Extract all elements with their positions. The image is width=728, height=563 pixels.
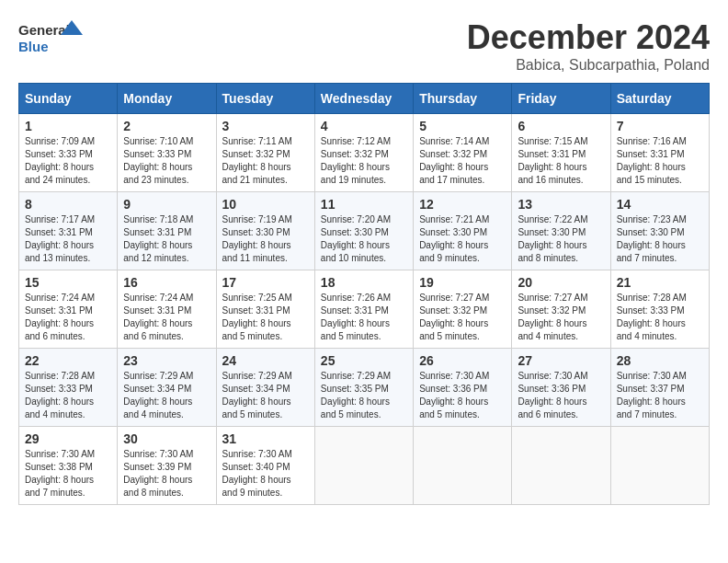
calendar-day-cell: 11 Sunrise: 7:20 AM Sunset: 3:30 PM Dayl… xyxy=(314,192,413,270)
calendar-day-cell: 30 Sunrise: 7:30 AM Sunset: 3:39 PM Dayl… xyxy=(118,427,216,505)
sunrise-label: Sunrise: 7:26 AM xyxy=(321,293,391,303)
daylight-label: Daylight: 8 hours and 19 minutes. xyxy=(321,162,390,185)
day-info: Sunrise: 7:23 AM Sunset: 3:30 PM Dayligh… xyxy=(617,213,703,265)
sunset-label: Sunset: 3:32 PM xyxy=(222,149,290,159)
calendar-day-cell: 8 Sunrise: 7:17 AM Sunset: 3:31 PM Dayli… xyxy=(19,192,118,270)
calendar-day-header: Monday xyxy=(118,84,216,114)
sunset-label: Sunset: 3:30 PM xyxy=(419,227,487,237)
day-info: Sunrise: 7:30 AM Sunset: 3:37 PM Dayligh… xyxy=(617,370,703,421)
daylight-label: Daylight: 8 hours and 9 minutes. xyxy=(419,240,488,263)
sunrise-label: Sunrise: 7:21 AM xyxy=(419,214,489,224)
calendar-day-cell: 9 Sunrise: 7:18 AM Sunset: 3:31 PM Dayli… xyxy=(118,192,216,270)
calendar-day-cell: 18 Sunrise: 7:26 AM Sunset: 3:31 PM Dayl… xyxy=(314,270,413,349)
calendar-day-cell: 24 Sunrise: 7:29 AM Sunset: 3:34 PM Dayl… xyxy=(216,349,314,427)
daylight-label: Daylight: 8 hours and 15 minutes. xyxy=(617,162,686,185)
location-title: Babica, Subcarpathia, Poland xyxy=(467,57,710,74)
title-area: December 2024 Babica, Subcarpathia, Pola… xyxy=(467,18,710,74)
calendar-week-row: 1 Sunrise: 7:09 AM Sunset: 3:33 PM Dayli… xyxy=(19,114,710,192)
day-number: 12 xyxy=(419,197,506,212)
day-info: Sunrise: 7:21 AM Sunset: 3:30 PM Dayligh… xyxy=(419,213,506,265)
day-number: 10 xyxy=(222,197,309,212)
sunset-label: Sunset: 3:30 PM xyxy=(617,227,685,237)
calendar-day-cell: 23 Sunrise: 7:29 AM Sunset: 3:34 PM Dayl… xyxy=(118,349,216,427)
sunset-label: Sunset: 3:33 PM xyxy=(617,305,685,316)
day-info: Sunrise: 7:09 AM Sunset: 3:33 PM Dayligh… xyxy=(25,135,111,187)
day-info: Sunrise: 7:30 AM Sunset: 3:36 PM Dayligh… xyxy=(419,370,506,421)
daylight-label: Daylight: 8 hours and 12 minutes. xyxy=(123,240,192,263)
daylight-label: Daylight: 8 hours and 5 minutes. xyxy=(419,396,488,419)
calendar-day-cell xyxy=(314,427,413,505)
sunrise-label: Sunrise: 7:30 AM xyxy=(518,371,587,381)
sunrise-label: Sunrise: 7:28 AM xyxy=(25,371,95,381)
day-number: 22 xyxy=(25,353,111,368)
calendar-day-cell xyxy=(610,427,709,505)
day-number: 5 xyxy=(419,119,506,133)
calendar-day-cell: 3 Sunrise: 7:11 AM Sunset: 3:32 PM Dayli… xyxy=(216,114,314,192)
calendar-table: SundayMondayTuesdayWednesdayThursdayFrid… xyxy=(18,83,710,505)
day-info: Sunrise: 7:24 AM Sunset: 3:31 PM Dayligh… xyxy=(123,292,210,343)
sunrise-label: Sunrise: 7:30 AM xyxy=(123,449,193,459)
sunrise-label: Sunrise: 7:17 AM xyxy=(25,214,95,224)
sunrise-label: Sunrise: 7:29 AM xyxy=(321,371,391,381)
day-info: Sunrise: 7:29 AM Sunset: 3:34 PM Dayligh… xyxy=(123,370,210,421)
day-number: 17 xyxy=(222,275,309,290)
calendar-week-row: 22 Sunrise: 7:28 AM Sunset: 3:33 PM Dayl… xyxy=(19,349,710,427)
day-number: 26 xyxy=(419,353,506,368)
calendar-day-cell: 31 Sunrise: 7:30 AM Sunset: 3:40 PM Dayl… xyxy=(216,427,314,505)
calendar-day-header: Sunday xyxy=(19,84,118,114)
calendar-day-cell: 21 Sunrise: 7:28 AM Sunset: 3:33 PM Dayl… xyxy=(610,270,709,349)
daylight-label: Daylight: 8 hours and 8 minutes. xyxy=(123,475,192,498)
day-info: Sunrise: 7:28 AM Sunset: 3:33 PM Dayligh… xyxy=(617,292,703,343)
sunset-label: Sunset: 3:37 PM xyxy=(617,384,685,394)
day-number: 18 xyxy=(321,275,407,290)
sunset-label: Sunset: 3:40 PM xyxy=(222,462,290,472)
daylight-label: Daylight: 8 hours and 4 minutes. xyxy=(617,318,686,341)
day-number: 9 xyxy=(123,197,210,212)
calendar-day-cell: 15 Sunrise: 7:24 AM Sunset: 3:31 PM Dayl… xyxy=(19,270,118,349)
daylight-label: Daylight: 8 hours and 21 minutes. xyxy=(222,162,291,185)
daylight-label: Daylight: 8 hours and 16 minutes. xyxy=(518,162,586,185)
day-number: 3 xyxy=(222,119,309,133)
calendar-day-cell: 17 Sunrise: 7:25 AM Sunset: 3:31 PM Dayl… xyxy=(216,270,314,349)
daylight-label: Daylight: 8 hours and 4 minutes. xyxy=(518,318,586,341)
calendar-day-cell: 5 Sunrise: 7:14 AM Sunset: 3:32 PM Dayli… xyxy=(414,114,512,192)
day-info: Sunrise: 7:19 AM Sunset: 3:30 PM Dayligh… xyxy=(222,213,309,265)
page-header: General Blue December 2024 Babica, Subca… xyxy=(18,18,710,74)
calendar-day-cell: 10 Sunrise: 7:19 AM Sunset: 3:30 PM Dayl… xyxy=(216,192,314,270)
sunset-label: Sunset: 3:31 PM xyxy=(518,149,586,159)
day-info: Sunrise: 7:29 AM Sunset: 3:34 PM Dayligh… xyxy=(222,370,309,421)
sunset-label: Sunset: 3:30 PM xyxy=(222,227,290,237)
calendar-day-cell: 26 Sunrise: 7:30 AM Sunset: 3:36 PM Dayl… xyxy=(414,349,512,427)
calendar-day-header: Wednesday xyxy=(314,84,413,114)
logo: General Blue xyxy=(18,18,83,55)
sunrise-label: Sunrise: 7:23 AM xyxy=(617,214,687,224)
sunset-label: Sunset: 3:34 PM xyxy=(123,384,191,394)
day-number: 27 xyxy=(518,353,604,368)
daylight-label: Daylight: 8 hours and 5 minutes. xyxy=(321,318,390,341)
day-number: 7 xyxy=(617,119,703,133)
day-number: 19 xyxy=(419,275,506,290)
sunset-label: Sunset: 3:31 PM xyxy=(123,227,191,237)
sunrise-label: Sunrise: 7:16 AM xyxy=(617,136,687,146)
sunset-label: Sunset: 3:31 PM xyxy=(321,305,389,316)
daylight-label: Daylight: 8 hours and 13 minutes. xyxy=(25,240,94,263)
calendar-day-header: Thursday xyxy=(414,84,512,114)
day-info: Sunrise: 7:30 AM Sunset: 3:36 PM Dayligh… xyxy=(518,370,604,421)
daylight-label: Daylight: 8 hours and 4 minutes. xyxy=(25,396,94,419)
calendar-day-cell: 27 Sunrise: 7:30 AM Sunset: 3:36 PM Dayl… xyxy=(512,349,610,427)
svg-text:General: General xyxy=(18,22,70,38)
sunrise-label: Sunrise: 7:27 AM xyxy=(518,293,587,303)
sunrise-label: Sunrise: 7:18 AM xyxy=(123,214,193,224)
daylight-label: Daylight: 8 hours and 6 minutes. xyxy=(518,396,586,419)
calendar-day-cell: 6 Sunrise: 7:15 AM Sunset: 3:31 PM Dayli… xyxy=(512,114,610,192)
day-info: Sunrise: 7:20 AM Sunset: 3:30 PM Dayligh… xyxy=(321,213,407,265)
calendar-day-cell: 7 Sunrise: 7:16 AM Sunset: 3:31 PM Dayli… xyxy=(610,114,709,192)
day-number: 8 xyxy=(25,197,111,212)
sunset-label: Sunset: 3:33 PM xyxy=(123,149,191,159)
calendar-day-cell: 16 Sunrise: 7:24 AM Sunset: 3:31 PM Dayl… xyxy=(118,270,216,349)
daylight-label: Daylight: 8 hours and 11 minutes. xyxy=(222,240,291,263)
sunset-label: Sunset: 3:38 PM xyxy=(25,462,93,472)
calendar-header-row: SundayMondayTuesdayWednesdayThursdayFrid… xyxy=(19,84,710,114)
day-number: 13 xyxy=(518,197,604,212)
calendar-week-row: 29 Sunrise: 7:30 AM Sunset: 3:38 PM Dayl… xyxy=(19,427,710,505)
